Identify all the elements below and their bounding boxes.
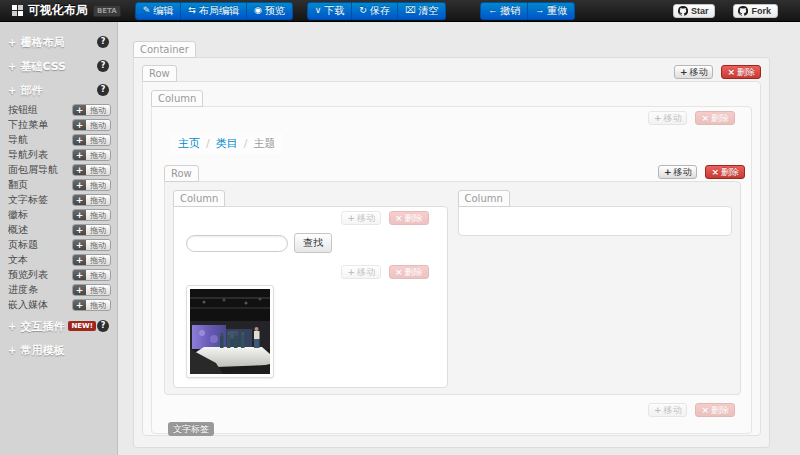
trash-icon: ⌧ <box>405 6 415 15</box>
widget-drag-button[interactable]: + 拖动 <box>72 149 111 161</box>
column-tab[interactable]: Column <box>151 90 203 107</box>
row-move-button[interactable]: + 移动 <box>674 65 714 79</box>
help-badge[interactable]: ? <box>97 60 109 72</box>
ghost-controls: + 移动 × 删除 <box>182 265 439 279</box>
row-tab[interactable]: Row <box>164 165 199 182</box>
row-tab[interactable]: Row <box>142 65 177 82</box>
widget-drag-button[interactable]: + 拖动 <box>72 269 111 281</box>
widget-drag-button[interactable]: + 拖动 <box>72 179 111 191</box>
widget-drag-button[interactable]: + 拖动 <box>72 119 111 131</box>
widget-label: 导航列表 <box>8 148 48 162</box>
move-cross-icon: + <box>654 112 662 124</box>
left-column-content[interactable]: + 移动 × 删除 <box>173 206 448 388</box>
github-widgets: Star Fork <box>673 4 778 18</box>
container-panel[interactable]: Row + 移动 × 删除 Column <box>133 57 770 448</box>
plus-icon: + <box>8 321 16 332</box>
widget-label: 下拉菜单 <box>8 118 48 132</box>
drag-cross-icon: + <box>73 255 86 265</box>
github-fork-button[interactable]: Fork <box>733 4 778 18</box>
main-area: + 栅格布局 ? + 基础CSS ? + 部件 ? 按钮组 + 拖动 下拉菜单 … <box>0 22 800 455</box>
right-column[interactable]: Column <box>458 186 733 386</box>
beta-badge: BETA <box>93 5 121 17</box>
exhibition-stage-photo <box>190 289 270 374</box>
preview-button[interactable]: ◉ 预览 <box>247 2 293 20</box>
column-tab[interactable]: Column <box>458 190 510 207</box>
sidebar-section-grid-layout[interactable]: + 栅格布局 ? <box>0 32 117 52</box>
clear-button[interactable]: ⌧ 清空 <box>398 2 446 20</box>
help-badge[interactable]: ? <box>97 36 109 48</box>
column-tab[interactable]: Column <box>173 190 225 207</box>
breadcrumb-link-home[interactable]: 主页 <box>178 136 200 151</box>
widget-drag-button[interactable]: + 拖动 <box>72 299 111 311</box>
drag-cross-icon: + <box>73 120 86 130</box>
plus-icon: + <box>8 61 16 72</box>
container-tab[interactable]: Container <box>133 41 196 58</box>
widget-drag-button[interactable]: + 拖动 <box>72 194 111 206</box>
ghost-delete-button: × 删除 <box>389 211 429 225</box>
help-badge[interactable]: ? <box>97 320 109 332</box>
layout-canvas: Container Row + 移动 × 删除 <box>118 22 800 455</box>
search-input[interactable] <box>186 235 288 252</box>
delete-x-icon: × <box>395 266 403 278</box>
sidebar-widget-item: 导航列表 + 拖动 <box>0 147 117 162</box>
inner-row-delete-button[interactable]: × 删除 <box>705 165 745 179</box>
sidebar-section-base-css[interactable]: + 基础CSS ? <box>0 56 117 76</box>
move-cross-icon: + <box>680 66 688 78</box>
ghost-delete-button: × 删除 <box>695 403 735 417</box>
drag-cross-icon: + <box>73 180 86 190</box>
widget-label: 预览列表 <box>8 268 48 282</box>
move-cross-icon: + <box>347 212 355 224</box>
layout-edit-button[interactable]: ⇆ 布局编辑 <box>181 2 247 20</box>
drag-label: 拖动 <box>86 120 110 130</box>
sidebar-widget-item: 预览列表 + 拖动 <box>0 267 117 282</box>
widget-list: 按钮组 + 拖动 下拉菜单 + 拖动 导航 + 拖动 导航列表 + 拖动 面包屑… <box>0 102 117 312</box>
breadcrumb: 主页 / 类目 / 主题 <box>170 133 283 154</box>
widget-drag-button[interactable]: + 拖动 <box>72 284 111 296</box>
edit-button[interactable]: ✎ 编辑 <box>135 2 182 20</box>
sidebar-widget-item: 嵌入媒体 + 拖动 <box>0 297 117 312</box>
history-button-group: ← 撤销 → 重做 <box>480 2 575 20</box>
drag-cross-icon: + <box>73 150 86 160</box>
download-icon: ∨ <box>315 6 322 15</box>
widget-drag-button[interactable]: + 拖动 <box>72 164 111 176</box>
widget-drag-button[interactable]: + 拖动 <box>72 254 111 266</box>
drag-cross-icon: + <box>73 135 86 145</box>
widget-drag-button[interactable]: + 拖动 <box>72 134 111 146</box>
drag-cross-icon: + <box>73 195 86 205</box>
sidebar-section-js-plugins[interactable]: + 交互插件 NEW! ? <box>0 316 117 336</box>
save-button[interactable]: ↻ 保存 <box>352 2 398 20</box>
sidebar-widget-item: 徽标 + 拖动 <box>0 207 117 222</box>
widget-drag-button[interactable]: + 拖动 <box>72 239 111 251</box>
inner-row-panel[interactable]: Column + 移动 × <box>164 181 741 395</box>
left-column[interactable]: Column + 移动 × <box>173 186 448 386</box>
thumbnail-frame[interactable] <box>186 285 274 378</box>
row-delete-button[interactable]: × 删除 <box>721 65 761 79</box>
sidebar-widget-item: 文字标签 + 拖动 <box>0 192 117 207</box>
row-panel[interactable]: Column + 移动 × 删除 <box>142 81 761 436</box>
help-badge[interactable]: ? <box>97 84 109 96</box>
text-label-chip[interactable]: 文字标签 <box>168 422 214 436</box>
widget-drag-button[interactable]: + 拖动 <box>72 209 111 221</box>
sidebar-widget-item: 翻页 + 拖动 <box>0 177 117 192</box>
plus-icon: + <box>8 345 16 356</box>
widget-drag-button[interactable]: + 拖动 <box>72 104 111 116</box>
right-column-content[interactable] <box>458 206 733 236</box>
undo-button[interactable]: ← 撤销 <box>480 2 528 20</box>
github-star-button[interactable]: Star <box>673 4 716 18</box>
redo-button[interactable]: → 重做 <box>528 2 575 20</box>
column-panel[interactable]: + 移动 × 删除 主页 / 类目 / <box>151 106 752 434</box>
widget-label: 文本 <box>8 253 28 267</box>
breadcrumb-link-category[interactable]: 类目 <box>216 136 238 151</box>
delete-x-icon: × <box>727 66 735 78</box>
sidebar-section-components[interactable]: + 部件 ? <box>0 80 117 100</box>
sidebar-section-templates[interactable]: + 常用模板 <box>0 340 117 360</box>
search-button[interactable]: 查找 <box>294 233 332 253</box>
download-button[interactable]: ∨ 下载 <box>307 2 353 20</box>
inner-row-header: Row + 移动 × 删除 <box>164 164 745 181</box>
widget-drag-button[interactable]: + 拖动 <box>72 224 111 236</box>
breadcrumb-divider: / <box>206 137 210 150</box>
search-form: 查找 <box>186 233 439 253</box>
widget-label: 翻页 <box>8 178 28 192</box>
row-header: Row + 移动 × 删除 <box>142 64 761 81</box>
inner-row-move-button[interactable]: + 移动 <box>658 165 698 179</box>
